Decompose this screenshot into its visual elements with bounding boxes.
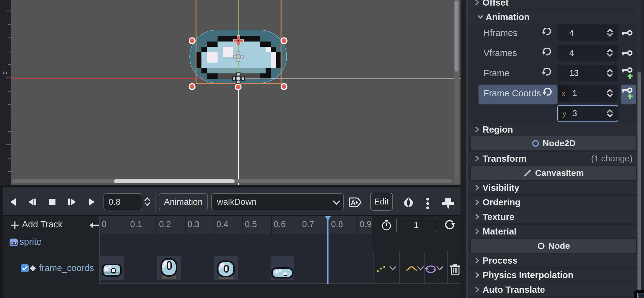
svg-text:A: A [351,199,355,206]
svg-text:0: 0 [2,72,8,74]
